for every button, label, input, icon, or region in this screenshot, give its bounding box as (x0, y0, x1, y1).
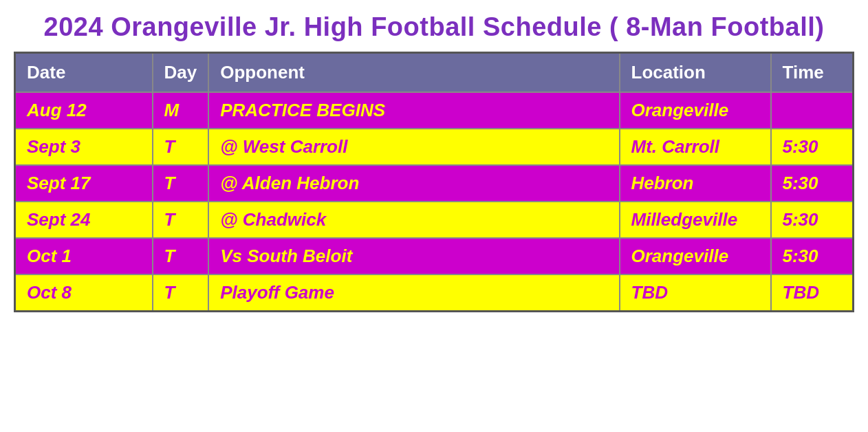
cell-time: 5:30 (771, 129, 854, 165)
cell-opponent: @ West Carroll (208, 129, 619, 165)
cell-location: Mt. Carroll (620, 129, 771, 165)
cell-opponent: Playoff Game (208, 274, 619, 312)
cell-date: Sept 17 (15, 165, 153, 202)
table-header-row: Date Day Opponent Location Time (15, 53, 854, 93)
cell-time: TBD (771, 274, 854, 312)
cell-day: T (153, 202, 209, 238)
cell-date: Oct 1 (15, 238, 153, 274)
cell-opponent: Vs South Beloit (208, 238, 619, 274)
cell-opponent: PRACTICE BEGINS (208, 92, 619, 129)
cell-day: T (153, 238, 209, 274)
cell-time: 5:30 (771, 165, 854, 202)
cell-date: Sept 3 (15, 129, 153, 165)
header-time: Time (771, 53, 854, 93)
schedule-table: Date Day Opponent Location Time Aug 12MP… (14, 52, 854, 312)
cell-location: Orangeville (620, 92, 771, 129)
cell-location: Hebron (620, 165, 771, 202)
cell-day: T (153, 129, 209, 165)
cell-date: Aug 12 (15, 92, 153, 129)
header-date: Date (15, 53, 153, 93)
header-opponent: Opponent (208, 53, 619, 93)
cell-location: Milledgeville (620, 202, 771, 238)
table-row: Oct 8T Playoff GameTBDTBD (15, 274, 854, 312)
header-location: Location (620, 53, 771, 93)
cell-opponent: @ Chadwick (208, 202, 619, 238)
cell-time: 5:30 (771, 238, 854, 274)
cell-time (771, 92, 854, 129)
cell-day: T (153, 165, 209, 202)
cell-date: Oct 8 (15, 274, 153, 312)
table-row: Aug 12MPRACTICE BEGINSOrangeville (15, 92, 854, 129)
cell-day: T (153, 274, 209, 312)
cell-location: Orangeville (620, 238, 771, 274)
cell-date: Sept 24 (15, 202, 153, 238)
cell-location: TBD (620, 274, 771, 312)
table-row: Sept 3T@ West CarrollMt. Carroll5:30 (15, 129, 854, 165)
cell-day: M (153, 92, 209, 129)
header-day: Day (153, 53, 209, 93)
cell-time: 5:30 (771, 202, 854, 238)
table-row: Oct 1TVs South BeloitOrangeville5:30 (15, 238, 854, 274)
page-title: 2024 Orangeville Jr. High Football Sched… (14, 12, 854, 42)
table-row: Sept 24T@ ChadwickMilledgeville5:30 (15, 202, 854, 238)
table-row: Sept 17T@ Alden HebronHebron5:30 (15, 165, 854, 202)
cell-opponent: @ Alden Hebron (208, 165, 619, 202)
